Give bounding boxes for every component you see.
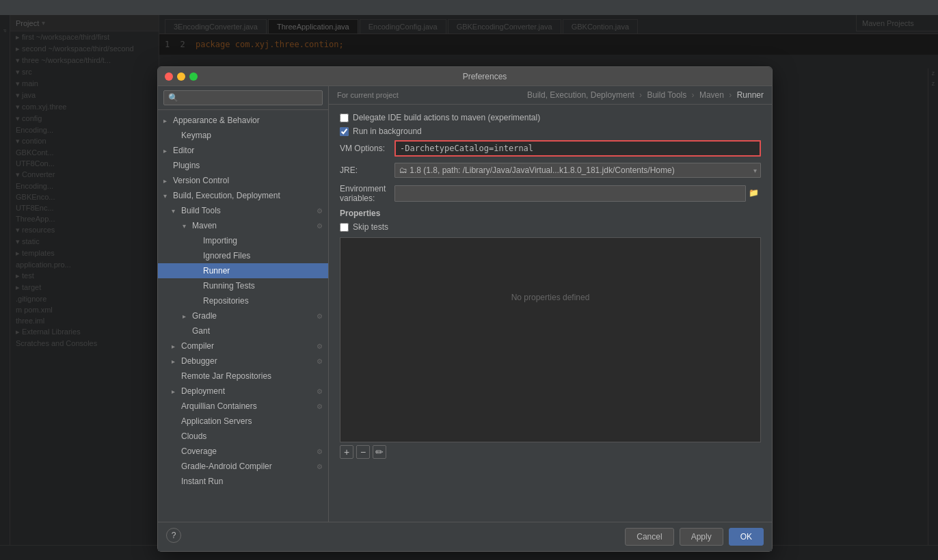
- left-panel: Appearance & BehaviorKeymapEditorPlugins…: [158, 86, 329, 522]
- tree-item-debugger[interactable]: Debugger⚙: [158, 354, 328, 369]
- search-input[interactable]: [163, 90, 323, 105]
- remove-property-button[interactable]: −: [356, 445, 370, 459]
- tree-item-importing[interactable]: Importing: [158, 233, 328, 248]
- tree-arrow: [183, 222, 191, 230]
- minimize-button[interactable]: [177, 72, 185, 81]
- tree-item-gant[interactable]: Gant: [158, 323, 328, 338]
- jre-select-wrapper: 🗂 1.8 (1.8, path: /Library/Java/JavaVirt…: [394, 163, 761, 178]
- jre-select[interactable]: 🗂 1.8 (1.8, path: /Library/Java/JavaVirt…: [394, 163, 761, 178]
- env-vars-row: Environment variables: 📁: [340, 184, 761, 203]
- tree-item-label: Coverage: [181, 446, 314, 456]
- tree-item-label: Instant Run: [181, 477, 323, 486]
- content-area: Delegate IDE build actions to maven (exp…: [329, 105, 772, 522]
- tree-item-compiler[interactable]: Compiler⚙: [158, 338, 328, 354]
- tree-arrow: [163, 117, 172, 124]
- tree-item-settings-icon: ⚙: [317, 463, 323, 470]
- tree-item-label: Remote Jar Repositories: [181, 371, 323, 381]
- help-button[interactable]: ?: [166, 528, 181, 543]
- tree-item-app-servers[interactable]: Application Servers: [158, 414, 328, 429]
- tree-item-settings-icon: ⚙: [317, 358, 323, 365]
- tree-item-label: Version Control: [173, 176, 323, 185]
- tree-item-label: Application Servers: [181, 416, 323, 426]
- settings-tree: Appearance & BehaviorKeymapEditorPlugins…: [158, 110, 328, 522]
- breadcrumb-project: For current project: [337, 91, 399, 99]
- add-property-button[interactable]: +: [340, 445, 353, 459]
- tree-item-clouds[interactable]: Clouds: [158, 429, 328, 444]
- breadcrumb-separator: ›: [727, 90, 734, 100]
- tree-item-appearance[interactable]: Appearance & Behavior: [158, 113, 328, 128]
- tree-arrow: [172, 388, 180, 395]
- tree-item-label: Deployment: [181, 386, 314, 396]
- tree-item-maven[interactable]: Maven⚙: [158, 218, 328, 233]
- properties-title: Properties: [340, 209, 761, 218]
- vm-options-input[interactable]: [394, 140, 761, 157]
- tree-item-repositories[interactable]: Repositories: [158, 293, 328, 308]
- no-properties-text: No properties defined: [340, 279, 760, 316]
- delegate-checkbox[interactable]: [340, 114, 349, 122]
- dialog-title: Preferences: [204, 72, 765, 81]
- tree-item-keymap[interactable]: Keymap: [158, 128, 328, 143]
- breadcrumb-item-2[interactable]: Maven: [699, 90, 724, 100]
- tree-item-label: Gradle: [192, 311, 314, 321]
- tree-item-settings-icon: ⚙: [317, 343, 323, 350]
- breadcrumb-item-0[interactable]: Build, Execution, Deployment: [527, 90, 634, 100]
- dialog-footer: ? Cancel Apply OK: [158, 522, 772, 551]
- tree-item-remote-jar[interactable]: Remote Jar Repositories: [158, 369, 328, 384]
- vm-options-label: VM Options:: [340, 144, 394, 153]
- tree-arrow: [172, 207, 180, 215]
- tree-item-editor[interactable]: Editor: [158, 143, 328, 158]
- tree-item-build-exec[interactable]: Build, Execution, Deployment: [158, 188, 328, 203]
- tree-item-coverage[interactable]: Coverage⚙: [158, 444, 328, 459]
- run-in-background-checkbox[interactable]: [340, 127, 349, 136]
- tree-item-arquillian[interactable]: Arquillian Containers⚙: [158, 399, 328, 414]
- tree-item-version-control[interactable]: Version Control: [158, 173, 328, 188]
- skip-tests-label: Skip tests: [353, 222, 388, 232]
- breadcrumb-item-1[interactable]: Build Tools: [647, 90, 686, 100]
- dialog-body: Appearance & BehaviorKeymapEditorPlugins…: [158, 86, 772, 522]
- tree-item-settings-icon: ⚙: [317, 448, 323, 455]
- skip-tests-checkbox[interactable]: [340, 223, 349, 232]
- tree-item-label: Keymap: [181, 131, 323, 140]
- maximize-button[interactable]: [189, 72, 198, 81]
- dialog-titlebar: Preferences: [158, 67, 772, 86]
- tree-item-build-tools[interactable]: Build Tools⚙: [158, 203, 328, 218]
- tree-item-gradle-android[interactable]: Gradle-Android Compiler⚙: [158, 459, 328, 474]
- tree-item-deployment[interactable]: Deployment⚙: [158, 384, 328, 399]
- edit-property-button[interactable]: ✏: [373, 445, 386, 459]
- tree-item-settings-icon: ⚙: [317, 312, 323, 320]
- tree-item-label: Repositories: [203, 296, 323, 306]
- run-in-background-label: Run in background: [353, 126, 422, 136]
- jre-row: JRE: 🗂 1.8 (1.8, path: /Library/Java/Jav…: [340, 162, 761, 178]
- tree-item-settings-icon: ⚙: [317, 207, 323, 215]
- tree-item-ignored-files[interactable]: Ignored Files: [158, 248, 328, 263]
- breadcrumb: For current project Build, Execution, De…: [329, 86, 772, 105]
- breadcrumb-separator: ›: [689, 90, 697, 100]
- window-controls: [165, 72, 198, 81]
- env-folder-button[interactable]: 📁: [746, 185, 761, 200]
- tree-item-label: Build, Execution, Deployment: [173, 191, 323, 200]
- tree-item-label: Gant: [192, 326, 323, 336]
- tree-item-label: Build Tools: [181, 206, 314, 215]
- tree-item-label: Running Tests: [203, 281, 323, 291]
- tree-item-gradle[interactable]: Gradle⚙: [158, 308, 328, 323]
- tree-item-plugins[interactable]: Plugins: [158, 158, 328, 173]
- cancel-button[interactable]: Cancel: [625, 528, 673, 546]
- tree-item-runner[interactable]: Runner: [158, 263, 328, 278]
- tree-item-label: Debugger: [181, 356, 314, 366]
- close-button[interactable]: [165, 72, 173, 81]
- env-vars-input[interactable]: [394, 185, 746, 202]
- properties-area: No properties defined: [340, 237, 761, 442]
- env-vars-label: Environment variables:: [340, 184, 394, 203]
- skip-tests-row: Skip tests: [340, 222, 761, 232]
- tree-arrow: [163, 177, 172, 185]
- apply-button[interactable]: Apply: [680, 528, 723, 546]
- tree-item-label: Importing: [203, 236, 323, 245]
- ok-button[interactable]: OK: [729, 528, 764, 546]
- run-in-bg-row: Run in background: [340, 126, 761, 136]
- tree-item-instant-run[interactable]: Instant Run: [158, 474, 328, 489]
- tree-item-running-tests[interactable]: Running Tests: [158, 278, 328, 293]
- tree-item-label: Maven: [192, 221, 314, 230]
- tree-item-label: Appearance & Behavior: [173, 116, 323, 125]
- tree-item-label: Arquillian Containers: [181, 401, 314, 411]
- tree-item-label: Editor: [173, 146, 323, 155]
